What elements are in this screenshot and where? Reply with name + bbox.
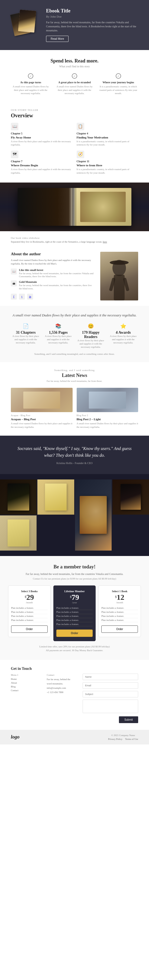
stat-label-1: A river flows by their place and supplie… (11, 335, 41, 344)
footer-link-2[interactable]: Terms of Use (125, 738, 138, 740)
membership-desc: Far far away, behind the word mountains,… (8, 572, 141, 576)
twitter-link[interactable]: t (19, 294, 25, 300)
author-points: 📖 Like this small forest Far far away, b… (11, 269, 95, 290)
chapter-num-3: Chapter 7 (11, 160, 73, 163)
stats-grid: 📄 31 Chapters A river flows by their pla… (11, 323, 138, 348)
feature-desc-3: It is a paradisematic country, in which … (98, 85, 138, 95)
plan-card-2: Lifetime Member $79 /year Plan includes … (53, 585, 96, 641)
membership-section: Be a member today! Far far away, behind … (0, 556, 149, 660)
facebook-link[interactable]: f (11, 294, 17, 300)
chapter-num-2: Chapter 4 (77, 132, 138, 135)
point-icon-1: 📖 (11, 269, 17, 274)
plan-feature-1-4: Plan includes a feature. (11, 618, 48, 622)
feature-item-2: ✓ A great place to be stranded A small r… (55, 73, 95, 95)
news-card-title-2: Blog Post 2 – Light (77, 418, 138, 421)
stat-item-2: 📚 1,556 Pages A river flows by their pla… (43, 323, 73, 348)
features-heading: Spend less. Read more. (11, 58, 138, 64)
plan-btn-1[interactable]: Order (11, 625, 48, 633)
plan-features-3: Plan includes a feature. Plan includes a… (101, 606, 138, 622)
membership-link: Contact Us for our premium plans (or $19… (8, 578, 141, 580)
nav1-item-4[interactable]: Contact (11, 689, 39, 692)
social-links: f t in (11, 294, 95, 300)
feature-desc-1: A small river named Duden flows by their… (11, 85, 51, 95)
nav1-item-1[interactable]: Home (11, 677, 39, 681)
feature-title-2: A great place to be stranded (55, 81, 95, 84)
features-grid: ✓ As this page turns A small river named… (11, 73, 138, 95)
news-image-1 (11, 388, 73, 412)
overview-title: Overview (11, 113, 138, 119)
feature-desc-2: A small river named Duden flows by their… (55, 85, 95, 95)
gallery-section (0, 474, 149, 556)
quote-text: Socrates said, "Know thyself." I say, "K… (16, 445, 133, 459)
news-desc: Far far away, behind the word mountains,… (11, 380, 138, 382)
gallery-item-2 (37, 479, 74, 515)
name-input[interactable] (83, 674, 138, 680)
overview-section: Our story teller Overview 📖 Chapter 5 Fl… (0, 103, 149, 180)
stat-item-3: 😊 179 Happy Readers A river flows by the… (76, 323, 106, 348)
stat-item-4: ⭐ 4 Awards A river flows by their place … (108, 323, 138, 348)
feature-title-3: Where your journey begins (98, 81, 138, 84)
point-content-2: Gold Mountain Far far away, behind the w… (19, 280, 95, 290)
plan-feature-3-3: Plan includes a feature. (101, 614, 138, 618)
plan-features-1: Plan includes a feature. Plan includes a… (11, 606, 48, 622)
plan-btn-2[interactable]: Order (56, 630, 93, 637)
contact-col-nav1: Menu 1 Home About Blog Contact (11, 674, 39, 723)
plan-feature-3-1: Plan includes a feature. (101, 606, 138, 610)
stats-desc: Something, and I said something meaningf… (11, 353, 138, 355)
check-icon-1: ✓ (28, 73, 33, 79)
chapter-item-2: 📋 Chapter 4 Finding Your Motivation It i… (77, 123, 138, 146)
logo: logo (11, 734, 19, 740)
author-point-2: 🏔 Gold Mountain Far far away, behind the… (11, 280, 95, 290)
plan-name-1: Select 3 Books (11, 590, 48, 593)
hero-text: Ebook Title By John Doe Far far away, be… (46, 8, 138, 42)
linkedin-link[interactable]: in (27, 294, 33, 300)
caption-link[interactable]: here (103, 240, 107, 243)
nav1-item-3[interactable]: Blog (11, 685, 39, 689)
news-card-desc-2: A small river named Duden flows by their… (77, 422, 138, 429)
plan-feature-2-5: Plan includes a feature. (56, 622, 93, 626)
point-title-1: Like this small forest (19, 269, 95, 272)
plan-feature-3-2: Plan includes a feature. (101, 610, 138, 614)
plan-btn-3[interactable]: Order (101, 625, 138, 633)
chapters-grid: 📖 Chapter 5 Fly Away Home A river flows … (11, 123, 138, 174)
email-input[interactable] (83, 682, 138, 689)
chapter-title-3: Where Dreams Begin (11, 164, 73, 167)
plan-price-value-2: 79 (72, 593, 79, 601)
contact-title: Get in Touch (11, 667, 138, 671)
plans-grid: Select 3 Books $29 /month Plan includes … (8, 585, 141, 641)
stat-number-2: 1,556 Pages (43, 331, 73, 335)
contact-section: Get in Touch Menu 1 Home About Blog Cont… (0, 660, 149, 730)
author-photo (100, 252, 138, 301)
plan-name-3: Select 1 Book (101, 590, 138, 593)
contact-submit-button[interactable]: Submit (119, 716, 138, 723)
message-textarea[interactable] (83, 700, 138, 713)
quote-section: Socrates said, "Know thyself." I say, "K… (0, 436, 149, 474)
membership-title: Be a member today! (8, 564, 141, 570)
chapter-desc-2: It is a paradisematic country, in which … (77, 140, 138, 146)
footer-link-1[interactable]: Privacy Policy (108, 738, 122, 740)
stat-icon-3: 😊 (76, 323, 106, 329)
plan-card-3: Select 1 Book $12 /month Plan includes a… (98, 585, 141, 637)
point-icon-2: 🏔 (11, 280, 17, 286)
membership-offer: Limited time offer, save 20% for our pre… (8, 645, 141, 648)
news-card-desc-1: A small river named Duden flows by their… (11, 422, 73, 429)
chapter-num-1: Chapter 5 (11, 132, 73, 135)
stat-label-2: A river flows by their place and supplie… (43, 335, 73, 344)
subject-input[interactable] (83, 691, 138, 697)
plan-period-1: /month (11, 601, 48, 604)
plan-card-1: Select 3 Books $29 /month Plan includes … (8, 585, 51, 637)
hero-read-more-button[interactable]: Read More (46, 36, 69, 42)
stats-section: A small river named Duden flows by their… (0, 306, 149, 362)
stat-icon-4: ⭐ (108, 323, 138, 329)
contact-col-info: Contact Far far away, behind the word mo… (47, 674, 75, 723)
chapter-icon-4: 🧭 (77, 151, 84, 158)
nav1-item-2[interactable]: About (11, 681, 39, 685)
plan-feature-1-1: Plan includes a feature. (11, 606, 48, 610)
contact-info-label: Contact (47, 674, 75, 676)
stat-item-1: 📄 31 Chapters A river flows by their pla… (11, 323, 41, 348)
features-subheading: What youll find in this story (11, 65, 138, 68)
check-icon-3: ✓ (116, 73, 121, 79)
feature-item-3: ✓ Where your journey begins It is a para… (98, 73, 138, 95)
hero-section: Ebook Title By John Doe Far far away, be… (0, 0, 149, 50)
news-section-label: Something, and I said something (11, 369, 138, 372)
